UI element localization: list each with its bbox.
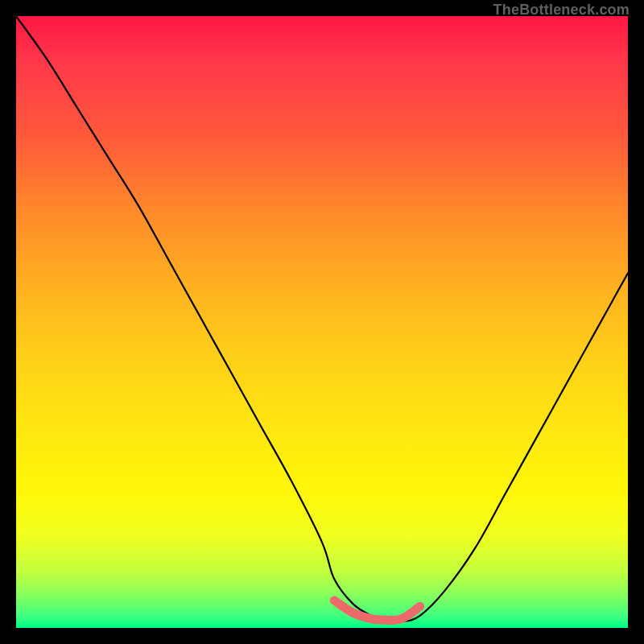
attribution-label: TheBottleneck.com: [493, 2, 630, 19]
plot-gradient-background: [16, 16, 628, 628]
chart-container: TheBottleneck.com: [0, 0, 644, 644]
